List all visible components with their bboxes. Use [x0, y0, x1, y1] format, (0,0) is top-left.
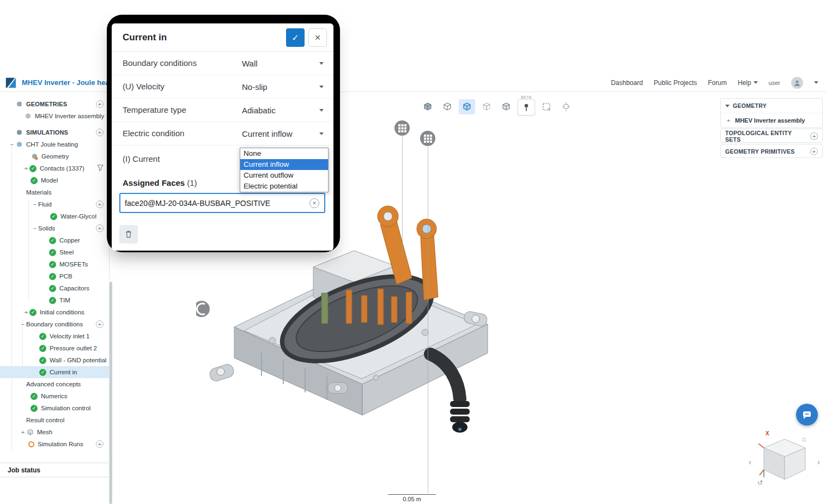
- tree-item-advanced-concepts[interactable]: Advanced concepts: [0, 378, 109, 390]
- box-select-button[interactable]: [538, 99, 555, 114]
- collapse-toggle[interactable]: [9, 141, 15, 148]
- apply-button[interactable]: [286, 28, 305, 47]
- select-faces-button[interactable]: [459, 99, 475, 114]
- job-status-bar[interactable]: Job status: [0, 463, 108, 477]
- expand-toggle[interactable]: [23, 309, 29, 315]
- check-icon: [31, 393, 38, 400]
- tree-item-water-glycol[interactable]: Water-Glycol: [0, 210, 109, 222]
- tree-item-mesh[interactable]: Mesh: [0, 426, 109, 438]
- nav-forum[interactable]: Forum: [708, 79, 727, 87]
- tree-item-model[interactable]: Model: [0, 174, 109, 186]
- tree-item-pressure-outlet[interactable]: Pressure outlet 2: [0, 342, 109, 354]
- tree-item-initial-conditions[interactable]: Initial conditions: [0, 306, 109, 318]
- collapse-toggle[interactable]: [32, 201, 38, 208]
- add-solid-material-button[interactable]: [96, 224, 104, 232]
- dropdown-option-current-inflow[interactable]: Current inflow: [240, 159, 328, 170]
- geometry-assembly-row[interactable]: MHEV Inverter assembly: [721, 113, 822, 127]
- tree-item-contacts[interactable]: Contacts (1337): [0, 162, 109, 174]
- hide-body-button[interactable]: [478, 99, 495, 114]
- tree-item-simulation-runs[interactable]: Simulation Runs: [0, 438, 109, 450]
- assigned-face-field[interactable]: [119, 193, 325, 213]
- tree-item-steel[interactable]: Steel: [0, 246, 109, 258]
- boundary-conditions-select[interactable]: Wall: [242, 52, 324, 75]
- tree-item-velocity-inlet[interactable]: Velocity inlet 1: [0, 330, 109, 342]
- tree-item-simulation-control[interactable]: Simulation control: [0, 402, 109, 414]
- add-entity-set-button[interactable]: [810, 132, 818, 140]
- reset-rotation-icon[interactable]: ↺: [757, 479, 763, 486]
- add-fluid-material-button[interactable]: [96, 201, 104, 208]
- filter-contacts-button[interactable]: [97, 165, 104, 172]
- check-icon: [39, 333, 46, 340]
- tree-item-result-control[interactable]: Result control: [0, 414, 109, 426]
- velocity-select[interactable]: No-slip: [242, 75, 324, 98]
- expand-toggle[interactable]: [23, 165, 29, 172]
- dropdown-option-current-outflow[interactable]: Current outflow: [240, 170, 328, 181]
- tree-item-geometry[interactable]: Geometry: [0, 150, 109, 162]
- tree-item-tim[interactable]: TIM: [0, 294, 109, 306]
- add-primitive-button[interactable]: [810, 148, 818, 155]
- probe-point-button[interactable]: BETA: [518, 99, 535, 116]
- tree-item-current-in[interactable]: Current in: [0, 366, 109, 378]
- tree-item-capacitors[interactable]: Capacitors: [0, 282, 109, 294]
- rotate-right-chevron[interactable]: ›: [817, 458, 820, 466]
- render-mode-button[interactable]: [420, 99, 436, 114]
- tree-item-cht-joule-heating[interactable]: CHT Joule heating: [0, 138, 109, 150]
- topological-entity-sets-panel[interactable]: TOPOLOGICAL ENTITY SETS: [720, 129, 823, 143]
- geometry-section-header[interactable]: GEOMETRY: [721, 99, 822, 113]
- delete-assignment-button[interactable]: [119, 225, 138, 244]
- home-view-icon[interactable]: ⌂: [802, 435, 806, 442]
- dropdown-option-electric-potential[interactable]: Electric potential: [240, 181, 328, 192]
- temperature-type-select[interactable]: Adiabatic: [242, 99, 324, 122]
- contact-badge-2[interactable]: [420, 130, 436, 147]
- section-view-button[interactable]: [439, 99, 455, 114]
- navigation-cube[interactable]: [758, 436, 811, 486]
- face-input[interactable]: [120, 199, 309, 208]
- support-chat-button[interactable]: [796, 404, 818, 426]
- simscale-logo-icon: [4, 77, 17, 89]
- add-simulation-button[interactable]: [96, 129, 104, 136]
- tree-label: Simulation Runs: [38, 441, 83, 447]
- tree-item-wall-gnd-potential[interactable]: Wall - GND potential: [0, 354, 109, 366]
- nav-public-projects[interactable]: Public Projects: [654, 79, 697, 87]
- tree-item-pcb[interactable]: PCB: [0, 270, 109, 282]
- avatar[interactable]: [791, 77, 803, 89]
- contact-badge-1[interactable]: [394, 120, 410, 136]
- transparency-button[interactable]: [498, 99, 514, 114]
- dropdown-option-none[interactable]: None: [240, 148, 328, 159]
- clear-face-button[interactable]: [309, 198, 319, 208]
- tree-geometries-header[interactable]: GEOMETRIES: [0, 98, 109, 110]
- user-menu-chevron-icon[interactable]: [814, 81, 818, 84]
- tree-item-numerics[interactable]: Numerics: [0, 390, 109, 402]
- expand-toggle[interactable]: [20, 429, 26, 435]
- close-button[interactable]: [308, 28, 327, 47]
- tree-item-assembly[interactable]: MHEV Inverter assembly: [0, 110, 109, 122]
- new-run-button[interactable]: [96, 440, 104, 448]
- tree-item-boundary-conditions[interactable]: Boundary conditions: [0, 318, 109, 330]
- simulation-tree-panel: GEOMETRIES MHEV Inverter assembly SIMULA…: [0, 92, 110, 504]
- sidebar-scrollbar[interactable]: [110, 282, 112, 504]
- brand: MHEV Inverter - Joule heating: [0, 77, 122, 89]
- select-value: No-slip: [242, 82, 268, 92]
- collapse-toggle[interactable]: [32, 225, 38, 232]
- topological-header-label: TOPOLOGICAL ENTITY SETS: [725, 130, 807, 143]
- tree-item-mosfets[interactable]: MOSFETs: [0, 258, 109, 270]
- tree-label: Numerics: [41, 393, 68, 399]
- check-icon: [31, 405, 38, 412]
- tree-simulations-header[interactable]: SIMULATIONS: [0, 126, 109, 138]
- geometry-primitives-panel[interactable]: GEOMETRY PRIMITIVES: [720, 144, 823, 158]
- tree-label: Contacts (1337): [40, 165, 84, 172]
- add-geometry-button[interactable]: [96, 100, 104, 108]
- tree-item-copper[interactable]: Copper: [0, 234, 109, 246]
- tree-item-materials[interactable]: Materials: [0, 186, 109, 198]
- expand-toggle[interactable]: [725, 117, 732, 124]
- check-icon: [49, 285, 56, 292]
- nav-help[interactable]: Help: [738, 79, 758, 87]
- add-boundary-condition-button[interactable]: [96, 320, 104, 328]
- tree-item-fluid[interactable]: Fluid: [0, 198, 109, 210]
- collapse-toggle[interactable]: [20, 321, 26, 327]
- explode-view-button[interactable]: [558, 99, 574, 114]
- nav-dashboard[interactable]: Dashboard: [611, 79, 643, 87]
- rotate-left-chevron[interactable]: ‹: [749, 458, 751, 466]
- tree-item-solids[interactable]: Solids: [0, 222, 109, 234]
- electric-condition-select[interactable]: Current inflow: [242, 122, 324, 145]
